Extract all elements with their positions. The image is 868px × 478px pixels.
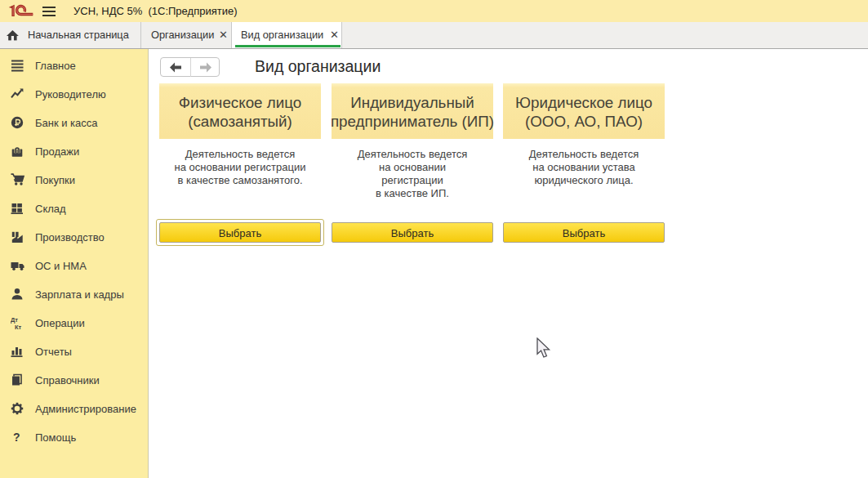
svg-text:Кт: Кт: [15, 324, 22, 330]
svg-text:Дт: Дт: [11, 316, 18, 324]
